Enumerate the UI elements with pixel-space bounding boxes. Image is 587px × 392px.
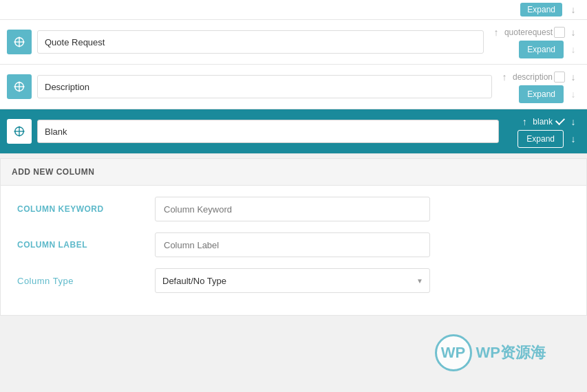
description-expand-button[interactable]: Expand: [519, 85, 564, 103]
blank-bottom: Expand ↓: [517, 130, 580, 148]
column-type-label: Column Type: [17, 276, 155, 286]
column-type-select-wrapper: Default/No Type Text Number Date Image ▼: [155, 268, 430, 293]
quote-request-controls: ↑ quoterequest ↓ Expand ↓: [489, 25, 580, 58]
column-keyword-input[interactable]: [155, 197, 430, 221]
blank-input[interactable]: [37, 120, 499, 143]
quote-request-arrow-up[interactable]: ↑: [489, 25, 503, 39]
blank-arrow-down[interactable]: ↓: [566, 115, 580, 129]
drag-handle-blank[interactable]: [7, 119, 32, 144]
move-icon-blank: [13, 125, 25, 138]
column-type-row: Column Type Default/No Type Text Number …: [17, 268, 570, 293]
column-label-input[interactable]: [155, 232, 430, 257]
quote-request-checkbox[interactable]: [554, 27, 565, 38]
quote-request-bottom: Expand ↓: [519, 41, 580, 58]
column-label-label: COLUMN LABEL: [17, 240, 155, 250]
blank-keyword: blank: [533, 117, 553, 127]
column-label-row: COLUMN LABEL: [17, 232, 570, 257]
blank-row: ↑ blank ↓ Expand ↓: [0, 109, 587, 154]
description-arrow-down[interactable]: ↓: [566, 70, 580, 84]
main-container: Expand ↓ ↑ quoterequest ↓ E: [0, 0, 587, 316]
column-type-select[interactable]: Default/No Type Text Number Date Image: [155, 268, 430, 293]
blank-controls: ↑ blank ↓ Expand ↓: [504, 115, 580, 148]
blank-arrow-up[interactable]: ↑: [517, 115, 531, 129]
add-column-section: ADD NEW COLUMN COLUMN KEYWORD COLUMN LAB…: [0, 158, 587, 316]
blank-arrows: ↑ blank ↓: [517, 115, 580, 129]
drag-handle-quote-request[interactable]: [7, 30, 32, 54]
quote-request-expand-button[interactable]: Expand: [519, 41, 564, 58]
column-keyword-row: COLUMN KEYWORD: [17, 197, 570, 221]
blank-checkbox[interactable]: [554, 116, 565, 127]
description-down2[interactable]: ↓: [566, 87, 580, 101]
quote-request-row: ↑ quoterequest ↓ Expand ↓: [0, 20, 587, 65]
blank-down2[interactable]: ↓: [566, 132, 580, 146]
move-icon-description: [13, 80, 25, 93]
description-bottom: Expand ↓: [519, 85, 580, 103]
quote-request-keyword: quoterequest: [504, 28, 553, 37]
add-column-header: ADD NEW COLUMN: [1, 159, 586, 186]
column-keyword-label: COLUMN KEYWORD: [17, 204, 155, 214]
top-arrow-down[interactable]: ↓: [566, 3, 580, 17]
add-column-body: COLUMN KEYWORD COLUMN LABEL Column Type …: [1, 186, 586, 315]
quote-request-arrow-down[interactable]: ↓: [566, 25, 580, 39]
description-input[interactable]: [37, 75, 492, 98]
description-arrow-up[interactable]: ↑: [498, 70, 511, 84]
blank-expand-button[interactable]: Expand: [517, 130, 564, 148]
top-partial-row: Expand ↓: [0, 0, 587, 20]
quote-request-arrows: ↑ quoterequest ↓: [489, 25, 580, 39]
quote-request-down2[interactable]: ↓: [566, 43, 580, 56]
quote-request-input[interactable]: [37, 30, 484, 54]
description-row: ↑ description ↓ Expand ↓: [0, 65, 587, 109]
description-controls: ↑ description ↓ Expand ↓: [498, 70, 580, 103]
description-keyword: description: [513, 72, 553, 82]
top-expand-button[interactable]: Expand: [520, 3, 562, 17]
drag-handle-description[interactable]: [7, 74, 32, 99]
move-icon: [13, 36, 25, 48]
description-arrows: ↑ description ↓: [498, 70, 580, 84]
description-checkbox[interactable]: [554, 72, 565, 83]
